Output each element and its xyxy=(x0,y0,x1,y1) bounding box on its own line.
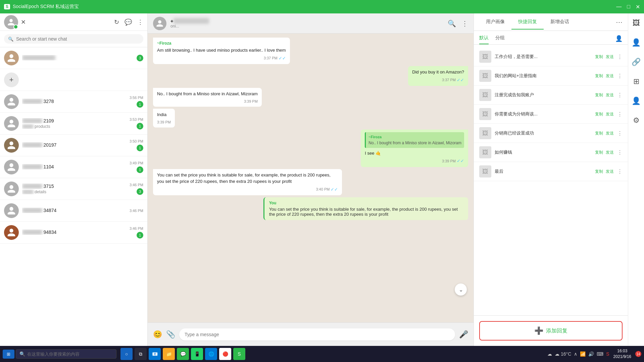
tab-quick-reply[interactable]: 快捷回复 xyxy=(511,15,544,30)
send-button[interactable]: 发送 xyxy=(606,150,614,155)
right-panel-more-icon[interactable]: ⋯ xyxy=(616,18,623,26)
quick-reply-more-icon[interactable]: ⋮ xyxy=(617,149,623,156)
taskbar-app-files[interactable]: 📁 xyxy=(163,348,175,360)
add-reply-button[interactable]: ➕ 添加回复 xyxy=(479,321,623,341)
copy-button[interactable]: 复制 xyxy=(595,150,603,155)
more-options-icon[interactable]: ⋮ xyxy=(137,18,143,26)
taskbar-app-task[interactable]: ⧉ xyxy=(135,348,147,360)
keyboard-icon[interactable]: ⌨ xyxy=(597,351,603,357)
contact-avatar xyxy=(4,182,19,196)
chat-search-icon[interactable]: 🔍 xyxy=(448,19,456,28)
taskbar-app-edge[interactable]: 🌐 xyxy=(205,348,217,360)
emoji-button[interactable]: 😊 xyxy=(153,330,162,339)
message-bubble: No.. I bought from a Miniso store in Aiz… xyxy=(153,88,262,107)
quick-reply-item[interactable]: 🖼 最后 复制 发送 ⋮ xyxy=(474,162,628,181)
refresh-icon[interactable]: ↻ xyxy=(114,18,119,26)
close-sidebar-icon[interactable]: ✕ xyxy=(21,18,26,26)
send-button[interactable]: 发送 xyxy=(606,73,614,79)
taskbar-search[interactable]: 🔍 xyxy=(16,349,116,359)
quick-reply-image: 🖼 xyxy=(479,89,491,101)
contact-name: ██████ 2109 xyxy=(22,118,126,123)
list-item[interactable]: ██████ 3278 3:56 PM 1 xyxy=(0,91,147,113)
sidebar: ✕ ↻ 💬 ⋮ 🔍 ██████████ xyxy=(0,13,148,346)
send-button[interactable]: 发送 xyxy=(606,169,614,174)
quick-reply-item[interactable]: 🖼 你需要成为分销商该... 复制 发送 ⋮ xyxy=(474,105,628,124)
taskbar-app-scrm[interactable]: S xyxy=(233,348,245,360)
sub-tab-default[interactable]: 默认 xyxy=(479,35,489,44)
weather-icon: ☁ xyxy=(547,351,552,357)
copy-button[interactable]: 复制 xyxy=(595,111,603,117)
list-item[interactable]: ██████ 1104 3:49 PM 1 xyxy=(0,156,147,178)
close-button[interactable]: ✕ xyxy=(636,4,640,10)
volume-icon[interactable]: 🔊 xyxy=(588,351,594,357)
send-button[interactable]: 发送 xyxy=(606,54,614,60)
quick-reply-item[interactable]: 🖼 如何赚钱 复制 发送 ⋮ xyxy=(474,143,628,162)
copy-button[interactable]: 复制 xyxy=(595,73,603,79)
taskbar-app-cortana[interactable]: ○ xyxy=(120,348,133,360)
copy-button[interactable]: 复制 xyxy=(595,131,603,136)
quick-reply-more-icon[interactable]: ⋮ xyxy=(617,73,623,79)
contact-time: 3:50 PM xyxy=(130,139,143,143)
list-item[interactable]: ██████ 34874 3:46 PM xyxy=(0,200,147,222)
sub-tab-group[interactable]: 分组 xyxy=(495,35,505,44)
contact-meta: 3:53 PM 1 xyxy=(130,117,143,130)
tab-user-profile[interactable]: 用户画像 xyxy=(479,15,511,30)
side-icon-settings[interactable]: ⚙ xyxy=(630,113,642,127)
network-icon[interactable]: 📶 xyxy=(580,351,586,357)
list-item[interactable]: ██████ 20197 3:50 PM 1 xyxy=(0,135,147,156)
mic-button[interactable]: 🎤 xyxy=(459,330,468,339)
copy-button[interactable]: 复制 xyxy=(595,92,603,98)
quick-reply-more-icon[interactable]: ⋮ xyxy=(617,92,623,98)
minimize-button[interactable]: — xyxy=(616,4,622,10)
attach-button[interactable]: 📎 xyxy=(166,330,175,339)
chat-icon[interactable]: 💬 xyxy=(125,18,132,26)
quick-reply-more-icon[interactable]: ⋮ xyxy=(617,54,623,60)
start-button[interactable]: ⊞ xyxy=(3,350,14,359)
quick-reply-item[interactable]: 🖼 工作介绍，是否需要... 复制 发送 ⋮ xyxy=(474,47,628,66)
taskbar-clock[interactable]: 16:03 2021/9/16 xyxy=(613,348,631,360)
quick-reply-more-icon[interactable]: ⋮ xyxy=(617,130,623,137)
list-item[interactable]: ██████ 2109 ████ products 3:53 PM 1 xyxy=(0,113,147,135)
quick-reply-item[interactable]: 🖼 注册完成告知我账户 复制 发送 ⋮ xyxy=(474,86,628,105)
send-button[interactable]: 发送 xyxy=(606,131,614,136)
scroll-down-button[interactable]: ⌄ xyxy=(455,283,467,296)
sub-tab-search-icon[interactable]: 👤 xyxy=(615,35,623,44)
notification-badge[interactable]: 14 xyxy=(635,351,641,357)
message-bubble: You can set the price you think is suita… xyxy=(153,169,342,196)
list-item[interactable]: ██████ 94834 3:46 PM 1 xyxy=(0,222,147,244)
search-input-wrap[interactable]: 🔍 xyxy=(4,34,143,44)
side-icon-user[interactable]: 👤 xyxy=(629,36,643,50)
copy-button[interactable]: 复制 xyxy=(595,169,603,174)
chat-more-icon[interactable]: ⋮ xyxy=(461,19,468,28)
contact-time: 3:46 PM xyxy=(130,183,143,187)
send-button[interactable]: 发送 xyxy=(606,111,614,117)
add-contact-item[interactable]: + xyxy=(0,69,147,91)
maximize-button[interactable]: □ xyxy=(627,4,630,10)
chat-header: +██████████ oni... 🔍 ⋮ xyxy=(148,13,474,34)
add-contact-button[interactable]: + xyxy=(4,72,19,87)
side-icon-image[interactable]: 🖼 xyxy=(630,16,643,30)
taskbar-search-input[interactable] xyxy=(27,352,108,357)
taskbar-app-mail[interactable]: 📧 xyxy=(149,348,161,360)
clock-time: 16:03 xyxy=(613,348,631,354)
quick-reply-actions: 复制 发送 xyxy=(595,54,614,60)
quick-reply-item[interactable]: 🖼 分销商已经设置成功 复制 发送 ⋮ xyxy=(474,124,628,143)
taskbar-app-whatsapp[interactable]: 📱 xyxy=(191,348,203,360)
copy-button[interactable]: 复制 xyxy=(595,54,603,60)
notification-chevron[interactable]: ∧ xyxy=(574,351,577,357)
list-item[interactable]: ██████ 3715 ████ details 3:46 PM 3 xyxy=(0,178,147,200)
side-icon-grid[interactable]: ⊞ xyxy=(631,74,642,89)
search-input[interactable] xyxy=(16,36,139,42)
side-icon-person[interactable]: 👤 xyxy=(629,94,643,108)
quick-reply-more-icon[interactable]: ⋮ xyxy=(617,111,623,117)
taskbar-extra-icon[interactable]: S xyxy=(606,351,609,357)
quick-reply-item[interactable]: 🖼 我们的网站+注册指南 复制 发送 ⋮ xyxy=(474,66,628,86)
list-item[interactable]: ██████████ 3 xyxy=(0,47,147,69)
send-button[interactable]: 发送 xyxy=(606,92,614,98)
tab-new-chat[interactable]: 新增会话 xyxy=(544,15,576,30)
message-input[interactable] xyxy=(179,328,455,341)
side-icon-link[interactable]: 🔗 xyxy=(629,55,643,69)
quick-reply-more-icon[interactable]: ⋮ xyxy=(617,168,623,175)
taskbar-app-wechat[interactable]: 💬 xyxy=(177,348,189,360)
taskbar-app-chrome[interactable]: 🔴 xyxy=(219,348,231,360)
